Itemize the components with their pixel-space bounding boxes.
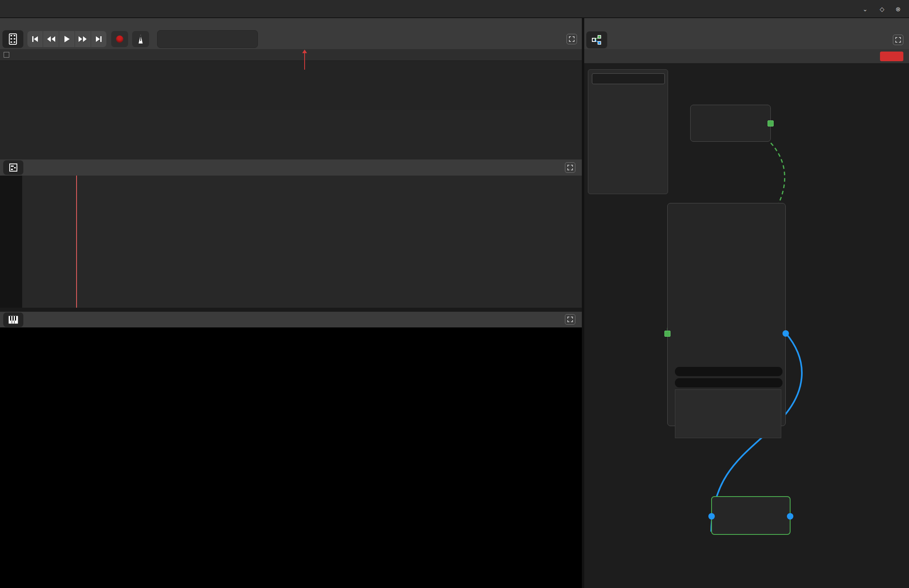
transport-display [157, 30, 258, 48]
search-input[interactable] [592, 73, 665, 84]
timeline-empty-area[interactable] [0, 110, 582, 159]
piano-roll-header [0, 159, 582, 176]
fast-forward-icon [79, 36, 87, 42]
rewind-icon [47, 36, 55, 42]
expand-icon [567, 165, 573, 170]
audio-out-port[interactable] [782, 330, 789, 337]
play-button[interactable] [59, 31, 75, 47]
add-sample-layer-button[interactable] [675, 367, 782, 376]
node-multi-sampler[interactable] [667, 203, 786, 426]
film-icon [8, 33, 18, 45]
node-graph-icon [591, 35, 602, 45]
track-list [0, 61, 582, 110]
graph-toolbar [584, 18, 909, 49]
film-button[interactable] [2, 30, 23, 48]
record-icon [116, 35, 123, 43]
expand-icon [569, 36, 575, 42]
node-audio-output[interactable] [711, 496, 791, 535]
node-palette [588, 69, 668, 194]
midi-out-port[interactable] [768, 120, 774, 126]
node-midi-input[interactable] [690, 105, 771, 142]
toolbar [2, 30, 582, 49]
skip-start-button[interactable] [27, 31, 43, 47]
keyboard-header [0, 312, 582, 327]
rewind-button[interactable] [43, 31, 59, 47]
graph-title-bar [584, 49, 909, 64]
piano-roll-playhead [76, 176, 77, 308]
close-icon[interactable]: ⊗ [893, 4, 903, 14]
graph-expand-button[interactable] [893, 35, 903, 45]
fast-forward-button[interactable] [75, 31, 91, 47]
skip-start-icon [32, 36, 38, 42]
app-window: ⌄ ◇ ⊗ [0, 0, 909, 588]
piano-roll-expand-button[interactable] [565, 162, 575, 173]
virtual-keyboard [0, 327, 582, 588]
play-icon [64, 36, 70, 42]
minimize-icon[interactable]: ⌄ [860, 4, 870, 14]
expand-icon [895, 37, 901, 43]
keyboard-mode-button[interactable] [3, 313, 23, 327]
piano-keys-icon [8, 316, 18, 324]
skip-end-button[interactable] [91, 31, 106, 47]
transport-group [27, 31, 106, 47]
metronome-button[interactable] [132, 31, 149, 47]
piano-roll-mode-button[interactable] [3, 160, 23, 175]
playhead-marker[interactable] [304, 50, 305, 70]
instrument-graph-panel [584, 18, 909, 588]
audio-in-port[interactable] [708, 513, 715, 520]
keyboard-expand-button[interactable] [565, 314, 575, 325]
timeline-expand-button[interactable] [567, 34, 577, 44]
section-gap [0, 308, 582, 312]
graph-mode-button[interactable] [586, 31, 607, 48]
title-bar: ⌄ ◇ ⊗ [0, 0, 909, 18]
metronome-icon [138, 35, 143, 43]
clear-button[interactable] [880, 52, 903, 61]
timeline-ruler[interactable] [0, 49, 582, 61]
piano-roll-keys [0, 176, 22, 308]
maximize-icon[interactable]: ◇ [877, 4, 887, 14]
midi-in-port[interactable] [664, 331, 670, 337]
snap-checkbox[interactable] [4, 52, 9, 58]
skip-end-icon [95, 36, 102, 42]
piano-roll-icon [9, 163, 18, 172]
expand-icon [567, 317, 573, 322]
sample-table [675, 389, 781, 438]
audio-out-port[interactable] [787, 513, 793, 520]
record-button[interactable] [111, 31, 128, 47]
piano-roll[interactable] [0, 176, 582, 308]
import-folder-button[interactable] [675, 378, 782, 387]
